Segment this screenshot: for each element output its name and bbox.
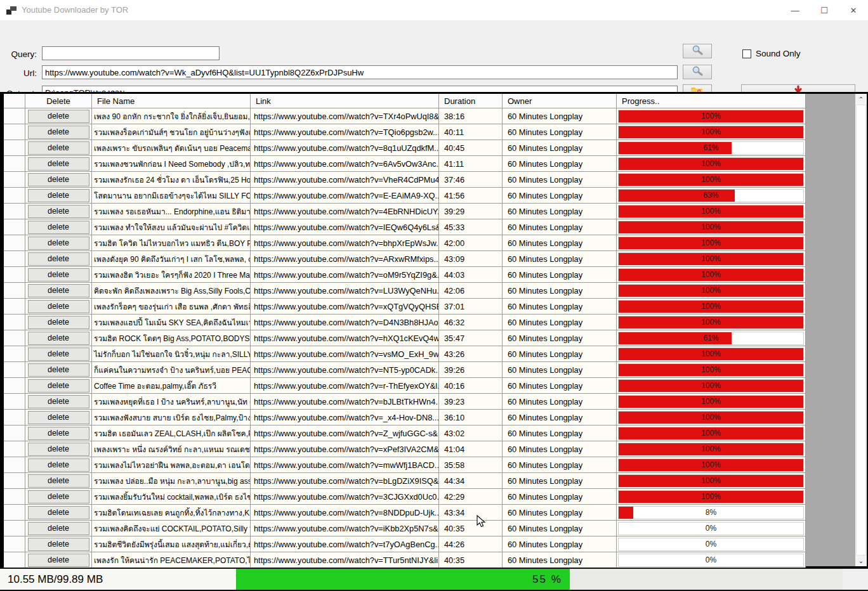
file-name-cell[interactable]: Coffee Time อะตอม,palmy,เอิ๊ต ภัธรวี	[92, 378, 251, 393]
row-header-cell[interactable]	[4, 140, 25, 155]
delete-button[interactable]: delete	[28, 316, 89, 329]
delete-button[interactable]: delete	[28, 221, 89, 234]
close-button[interactable]: ✕	[839, 0, 868, 20]
checkbox-box-icon[interactable]	[742, 49, 751, 58]
file-name-cell[interactable]: รวมเพลง รอเธอหันมา... Endorphine,แอน ธิต…	[92, 204, 251, 219]
owner-cell[interactable]: 60 Minutes Longplay	[503, 156, 617, 171]
link-cell[interactable]: https://www.youtube.com//watch?v=3CJGXxd…	[251, 489, 439, 504]
link-cell[interactable]: https://www.youtube.com//watch?v=t7yOAgB…	[251, 536, 439, 552]
owner-cell[interactable]: 60 Minutes Longplay	[503, 505, 617, 520]
duration-cell[interactable]: 38:16	[439, 108, 503, 124]
file-name-cell[interactable]: รวมฮิตชีวิตยังมีพรุ่งนี้เสมอ แสงสุดท้าย,…	[92, 536, 251, 552]
link-cell[interactable]: https://www.youtube.com//watch?v=LU3WyQe…	[251, 283, 439, 298]
duration-cell[interactable]: 41:56	[439, 188, 503, 203]
owner-cell[interactable]: 60 Minutes Longplay	[503, 204, 617, 219]
file-name-cell[interactable]: รวมเพลงไม่ไหวอย่าฝืน พลพล,อะตอม,ดา เอนโด…	[92, 457, 251, 472]
delete-button[interactable]: delete	[28, 173, 89, 186]
row-header-cell[interactable]	[4, 394, 25, 409]
owner-cell[interactable]: 60 Minutes Longplay	[503, 219, 617, 235]
delete-button[interactable]: delete	[28, 268, 89, 282]
owner-cell[interactable]: 60 Minutes Longplay	[503, 108, 617, 124]
link-cell[interactable]: https://www.youtube.com//watch?v=xPef3IV…	[251, 441, 439, 457]
file-name-cell[interactable]: รวมฮิต ROCK โดดๆ Big Ass,POTATO,BODYSLA.…	[92, 330, 251, 346]
link-cell[interactable]: https://www.youtube.com//watch?v=oM9r5Yq…	[251, 267, 439, 282]
minimize-button[interactable]: —	[780, 0, 810, 20]
duration-cell[interactable]: 42:00	[439, 235, 503, 250]
row-header-cell[interactable]	[4, 172, 25, 187]
link-cell[interactable]: https://www.youtube.com//watch?v=r-ThEfy…	[251, 378, 439, 393]
duration-cell[interactable]: 40:11	[439, 124, 503, 140]
maximize-button[interactable]: ☐	[810, 0, 839, 20]
delete-button[interactable]: delete	[28, 490, 89, 503]
duration-cell[interactable]: 41:11	[439, 156, 503, 171]
link-cell[interactable]: https://www.youtube.com//watch?v=TXr4oPw…	[251, 108, 439, 124]
file-name-cell[interactable]: รวมเพลงยิ้มรับวันใหม่ cocktail,พลพล,เบิร…	[92, 489, 251, 504]
file-name-cell[interactable]: รวมเพลงชวนพักก่อน I Need Somebody ,ปลิว,…	[92, 156, 251, 171]
owner-cell[interactable]: 60 Minutes Longplay	[503, 124, 617, 140]
file-name-cell[interactable]: รวมฮิต โควิด ไม่ไหวบอกไหว แมทธิว ดีน,BOY…	[92, 235, 251, 250]
owner-cell[interactable]: 60 Minutes Longplay	[503, 394, 617, 409]
row-header-cell[interactable]	[4, 425, 25, 441]
row-header-cell[interactable]	[4, 108, 25, 124]
row-header-cell[interactable]	[4, 489, 25, 504]
file-name-cell[interactable]: รวมเพลงรักเธอ 24 ชั่วโมง ดา เอ็นโดรฟิน,2…	[92, 172, 251, 187]
row-header-cell[interactable]	[4, 521, 25, 536]
delete-button[interactable]: delete	[28, 395, 89, 408]
url-search-button[interactable]	[683, 65, 712, 79]
delete-button[interactable]: delete	[28, 522, 89, 535]
row-header-cell[interactable]	[4, 283, 25, 298]
column-header-file-name[interactable]: File Name	[92, 94, 251, 108]
link-cell[interactable]: https://www.youtube.com//watch?v=NT5-yp0…	[251, 362, 439, 377]
delete-button[interactable]: delete	[28, 443, 89, 456]
row-header-cell[interactable]	[4, 330, 25, 346]
delete-button[interactable]: delete	[28, 332, 89, 345]
file-name-cell[interactable]: รวมเพลงแฮปปี้ โมเม้น SKY SEA,คิดถึงฉันไห…	[92, 315, 251, 330]
link-cell[interactable]: https://www.youtube.com//watch?v=TTur5nt…	[251, 552, 439, 568]
link-cell[interactable]: https://www.youtube.com//watch?v=ARxwRMf…	[251, 251, 439, 266]
row-header-cell[interactable]	[4, 362, 25, 377]
owner-cell[interactable]: 60 Minutes Longplay	[503, 362, 617, 377]
delete-button[interactable]: delete	[28, 284, 89, 297]
duration-cell[interactable]: 43:34	[439, 505, 503, 520]
duration-cell[interactable]: 43:09	[439, 251, 503, 266]
delete-button[interactable]: delete	[28, 126, 89, 139]
owner-cell[interactable]: 60 Minutes Longplay	[503, 251, 617, 266]
owner-cell[interactable]: 60 Minutes Longplay	[503, 441, 617, 457]
link-cell[interactable]: https://www.youtube.com//watch?v=iKbb2Xp…	[251, 521, 439, 536]
link-cell[interactable]: https://www.youtube.com//watch?v=8NDDpuD…	[251, 505, 439, 520]
column-header-progress[interactable]: Progress..	[617, 94, 806, 108]
owner-cell[interactable]: 60 Minutes Longplay	[503, 378, 617, 393]
owner-cell[interactable]: 60 Minutes Longplay	[503, 140, 617, 155]
delete-button[interactable]: delete	[28, 554, 89, 567]
file-name-cell[interactable]: รวมเพลงร็อคเก่ามันส์ๆ ชวนโยก อยู่บ้านว่า…	[92, 124, 251, 140]
owner-cell[interactable]: 60 Minutes Longplay	[503, 457, 617, 472]
delete-button[interactable]: delete	[28, 347, 89, 361]
file-name-cell[interactable]: รวมเพลง ทำใจให้สงบ แล้วมันจะผ่านไป #โควิ…	[92, 219, 251, 235]
file-name-cell[interactable]: รวมเพลงฟังสบาย สบาย เบิร์ด ธงไชย,Palmy,ป…	[92, 410, 251, 425]
row-header-cell[interactable]	[4, 378, 25, 393]
row-header-cell[interactable]	[4, 536, 25, 552]
owner-cell[interactable]: 60 Minutes Longplay	[503, 330, 617, 346]
duration-cell[interactable]: 35:47	[439, 330, 503, 346]
column-header-duration[interactable]: Duration	[439, 94, 503, 108]
duration-cell[interactable]: 42:29	[439, 489, 503, 504]
row-header-cell[interactable]	[4, 299, 25, 314]
row-header-cell[interactable]	[4, 473, 25, 488]
delete-button[interactable]: delete	[28, 252, 89, 266]
row-header-cell[interactable]	[4, 267, 25, 282]
delete-button[interactable]: delete	[28, 237, 89, 250]
row-header-cell[interactable]	[4, 315, 25, 330]
owner-cell[interactable]: 60 Minutes Longplay	[503, 521, 617, 536]
file-name-cell[interactable]: คิดจะพัก คิดถึงเพลงเพราะ Big Ass,Silly F…	[92, 283, 251, 298]
delete-button[interactable]: delete	[28, 110, 89, 123]
column-header-delete[interactable]: Delete	[25, 94, 92, 108]
owner-cell[interactable]: 60 Minutes Longplay	[503, 267, 617, 282]
duration-cell[interactable]: 40:35	[439, 521, 503, 536]
row-header-cell[interactable]	[4, 251, 25, 266]
query-input[interactable]	[42, 46, 220, 60]
link-cell[interactable]: https://www.youtube.com//watch?v=hXQ1cKE…	[251, 330, 439, 346]
file-name-cell[interactable]: รวมเพลงหยุดที่เธอ I ป้าง นครินทร์,ลาบานู…	[92, 394, 251, 409]
link-cell[interactable]: https://www.youtube.com//watch?v=mwWfj1B…	[251, 457, 439, 472]
query-search-button[interactable]	[683, 44, 712, 58]
link-cell[interactable]: https://www.youtube.com//watch?v=4EbRNHD…	[251, 204, 439, 219]
